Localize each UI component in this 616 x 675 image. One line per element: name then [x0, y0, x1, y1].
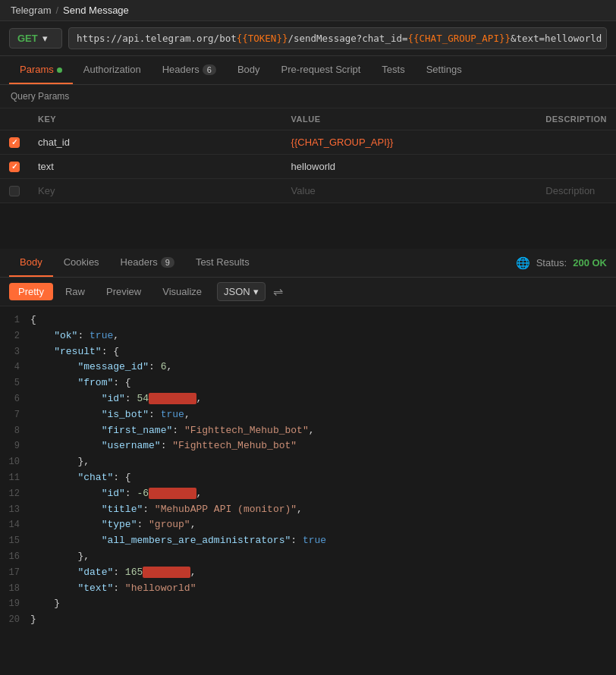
row3-check-cell	[0, 179, 29, 203]
code-line-10: 10 },	[0, 454, 616, 470]
params-table: KEY VALUE DESCRIPTION chat_id {{CHAT_GRO…	[0, 108, 616, 203]
code-line-9: 9 "username": "Fighttech_Mehub_bot"	[0, 438, 616, 454]
url-part-3: &text=helloworld	[511, 33, 602, 44]
breadcrumb-separator: /	[55, 5, 58, 16]
response-code-block: 1 { 2 "ok": true, 3 "result": { 4 "messa…	[0, 306, 616, 634]
code-line-6: 6 "id": 54 ,	[0, 391, 616, 407]
row3-checkbox-empty[interactable]	[9, 186, 20, 196]
code-line-11: 11 "chat": {	[0, 470, 616, 486]
format-bar: Pretty Raw Preview Visualize JSON ▾ ⇌	[0, 278, 616, 306]
row3-key-placeholder[interactable]: Key	[29, 179, 282, 203]
code-line-20: 20 }	[0, 612, 616, 628]
tab-response-cookies[interactable]: Cookies	[53, 249, 110, 277]
row2-value[interactable]: helloworld	[282, 155, 537, 179]
chevron-down-icon: ▾	[253, 286, 259, 297]
breadcrumb-parent[interactable]: Telegram	[11, 5, 51, 16]
code-line-19: 19 }	[0, 596, 616, 612]
row2-check-cell	[0, 155, 29, 179]
breadcrumb-bar: Telegram / Send Message	[0, 0, 616, 21]
col-header-desc: DESCRIPTION	[536, 108, 616, 130]
format-preview-button[interactable]: Preview	[97, 283, 150, 300]
row3-desc-placeholder[interactable]: Description	[536, 179, 616, 203]
tab-params[interactable]: Params	[9, 56, 73, 84]
tab-authorization[interactable]: Authorization	[73, 56, 152, 84]
row1-check-cell	[0, 130, 29, 155]
response-status-area: 🌐 Status: 200 OK	[516, 256, 607, 270]
table-row: Key Value Description	[0, 179, 616, 203]
code-line-7: 7 "is_bot": true,	[0, 407, 616, 423]
url-display[interactable]: https://api.telegram.org/bot{{TOKEN}}/se…	[68, 27, 607, 49]
code-line-4: 4 "message_id": 6,	[0, 359, 616, 375]
globe-icon: 🌐	[516, 256, 530, 270]
format-raw-button[interactable]: Raw	[56, 283, 94, 300]
response-tabs-left: Body Cookies Headers9 Test Results	[9, 249, 260, 277]
params-dot	[57, 68, 62, 73]
json-type-selector[interactable]: JSON ▾	[217, 282, 266, 301]
tab-pre-request[interactable]: Pre-request Script	[271, 56, 372, 84]
query-params-label: Query Params	[0, 85, 616, 108]
url-token-1: {{TOKEN}}	[237, 33, 288, 44]
request-tabs: Params Authorization Headers6 Body Pre-r…	[0, 56, 616, 85]
tab-body[interactable]: Body	[227, 56, 271, 84]
status-badge: 200 OK	[573, 257, 607, 268]
row2-desc[interactable]	[536, 155, 616, 179]
tab-tests[interactable]: Tests	[371, 56, 415, 84]
method-selector[interactable]: GET ▾	[9, 28, 62, 49]
filter-icon[interactable]: ⇌	[273, 284, 283, 299]
format-visualize-button[interactable]: Visualize	[153, 283, 211, 300]
row1-value[interactable]: {{CHAT_GROUP_API}}	[282, 130, 537, 155]
spacer	[0, 203, 616, 249]
code-line-8: 8 "first_name": "Fighttech_Mehub_bot",	[0, 423, 616, 439]
tab-response-test-results[interactable]: Test Results	[185, 249, 260, 277]
table-row: chat_id {{CHAT_GROUP_API}}	[0, 130, 616, 155]
code-line-13: 13 "title": "MehubAPP API (monitor)",	[0, 502, 616, 518]
status-label: Status:	[536, 257, 567, 268]
row1-checkbox[interactable]	[9, 137, 20, 148]
col-header-value: VALUE	[282, 108, 537, 130]
code-line-2: 2 "ok": true,	[0, 328, 616, 344]
tab-headers[interactable]: Headers6	[152, 56, 227, 84]
chevron-down-icon: ▾	[42, 33, 48, 44]
code-line-3: 3 "result": {	[0, 344, 616, 360]
code-line-16: 16 },	[0, 549, 616, 565]
col-header-key: KEY	[29, 108, 282, 130]
tab-response-headers[interactable]: Headers9	[110, 249, 185, 277]
row1-desc[interactable]	[536, 130, 616, 155]
response-tabs-bar: Body Cookies Headers9 Test Results 🌐 Sta…	[0, 249, 616, 278]
code-line-5: 5 "from": {	[0, 375, 616, 391]
code-line-17: 17 "date": 165 ,	[0, 565, 616, 581]
col-header-check	[0, 108, 29, 130]
code-line-15: 15 "all_members_are_administrators": tru…	[0, 533, 616, 549]
table-row: text helloworld	[0, 155, 616, 179]
code-line-18: 18 "text": "helloworld"	[0, 581, 616, 597]
code-line-12: 12 "id": -6 ,	[0, 486, 616, 502]
code-line-14: 14 "type": "group",	[0, 517, 616, 533]
method-value: GET	[17, 33, 38, 44]
code-line-1: 1 {	[0, 312, 616, 328]
breadcrumb-current: Send Message	[63, 5, 129, 16]
url-token-2: {{CHAT_GROUP_API}}	[408, 33, 511, 44]
url-part-1: https://api.telegram.org/bot	[77, 33, 237, 44]
row1-key[interactable]: chat_id	[29, 130, 282, 155]
url-bar: GET ▾ https://api.telegram.org/bot{{TOKE…	[0, 21, 616, 56]
url-part-2: /sendMessage?chat_id=	[288, 33, 407, 44]
row2-checkbox[interactable]	[9, 162, 20, 172]
tab-settings[interactable]: Settings	[416, 56, 473, 84]
row2-key[interactable]: text	[29, 155, 282, 179]
tab-response-body[interactable]: Body	[9, 249, 53, 277]
format-pretty-button[interactable]: Pretty	[9, 283, 53, 300]
row3-value-placeholder[interactable]: Value	[282, 179, 537, 203]
